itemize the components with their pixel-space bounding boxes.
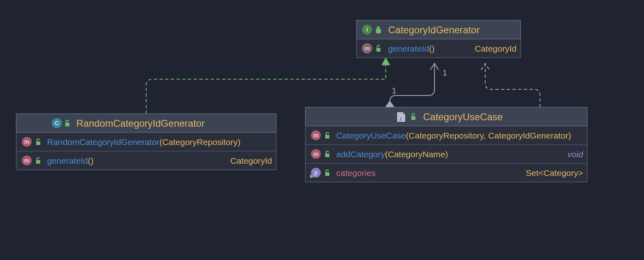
svg-text:generateId(): generateId() — [47, 156, 93, 165]
class-title: RandomCategoryIdGenerator — [76, 118, 205, 129]
svg-rect-36 — [325, 135, 329, 139]
method-icon: m — [22, 156, 32, 165]
svg-text:m: m — [313, 151, 318, 157]
relation-aggregation: 1 1 — [386, 63, 447, 112]
uml-diagram: CategoryIdGenerator (solid gray, open di… — [0, 0, 644, 260]
svg-rect-40 — [325, 154, 329, 157]
svg-text:m: m — [313, 132, 318, 139]
method-icon: m — [22, 137, 32, 147]
svg-text:m: m — [365, 45, 370, 52]
svg-text:I: I — [366, 26, 368, 33]
svg-text:addCategory(CategoryName): addCategory(CategoryName) — [336, 150, 448, 159]
class-icon: C — [52, 118, 62, 128]
svg-text:m: m — [24, 139, 29, 145]
class-category-id-generator[interactable]: I CategoryIdGenerator m generateId() Cat… — [357, 20, 521, 58]
svg-rect-46 — [325, 172, 329, 176]
class-random-category-id-generator[interactable]: C RandomCategoryIdGenerator m RandomCate… — [16, 114, 276, 170]
svg-marker-0 — [382, 58, 390, 65]
svg-text:generateId(): generateId() — [388, 44, 434, 53]
svg-text:J: J — [399, 117, 402, 121]
method-row[interactable]: m RandomCategoryIdGenerator(CategoryRepo… — [22, 137, 240, 147]
svg-text:Set<Category>: Set<Category> — [526, 168, 583, 178]
class-title: CategoryIdGenerator — [388, 24, 480, 35]
method-icon: m — [311, 149, 321, 159]
relation-realization — [146, 58, 390, 114]
method-row[interactable]: m CategoryUseCase(CategoryRepository, Ca… — [311, 130, 571, 140]
return-type: CategoryId — [475, 44, 516, 53]
svg-rect-24 — [36, 160, 40, 164]
svg-rect-33 — [411, 116, 415, 120]
svg-text:C: C — [55, 120, 59, 126]
interface-icon: I — [362, 25, 372, 35]
svg-text:RandomCategoryIdGenerator(Cate: RandomCategoryIdGenerator(CategoryReposi… — [47, 137, 240, 147]
svg-text:p: p — [314, 169, 318, 176]
method-icon: m — [311, 130, 321, 140]
class-category-use-case[interactable]: J CategoryUseCase m CategoryUseCase(Cate… — [305, 107, 587, 182]
class-title: CategoryUseCase — [423, 111, 503, 122]
method-name: generateId — [388, 44, 429, 53]
svg-text:CategoryId: CategoryId — [230, 156, 272, 165]
svg-text:CategoryUseCase(CategoryReposi: CategoryUseCase(CategoryRepository, Cate… — [336, 131, 571, 140]
svg-text:categories: categories — [336, 168, 376, 178]
mult-top: 1 — [443, 68, 447, 77]
svg-point-45 — [310, 175, 313, 178]
svg-text:m: m — [24, 157, 29, 164]
mult-bottom: 1 — [392, 86, 396, 95]
method-abstract-icon: m — [363, 44, 372, 53]
lock-open-icon — [376, 27, 380, 33]
svg-rect-20 — [36, 141, 40, 145]
svg-text:void: void — [567, 150, 583, 159]
svg-rect-17 — [65, 123, 69, 126]
svg-rect-7 — [376, 29, 380, 33]
java-file-icon: J — [397, 112, 405, 122]
relation-dependency — [481, 63, 540, 107]
